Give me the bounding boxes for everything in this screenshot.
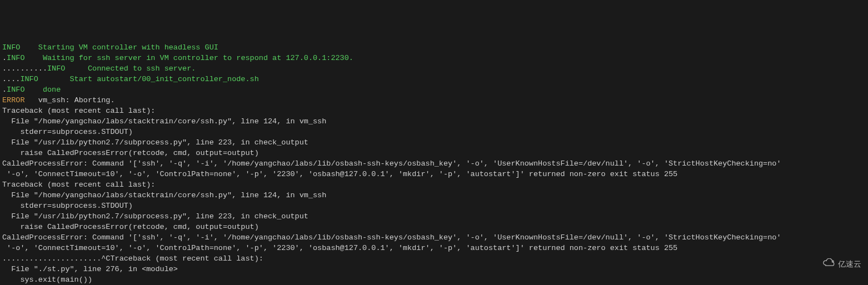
cloud-icon (812, 248, 836, 281)
terminal-segment: INFO (47, 64, 65, 73)
terminal-segment: sys.exit(main()) (2, 276, 92, 284)
terminal-line: stderr=subprocess.STDOUT) (2, 127, 866, 137)
terminal-segment: .......... (2, 64, 47, 73)
terminal-line: .INFO done (2, 84, 866, 95)
terminal-line: Traceback (most recent call last): (2, 179, 866, 190)
terminal-line: File "/usr/lib/python2.7/subprocess.py",… (2, 211, 866, 222)
terminal-segment: ......................^CTraceback (most … (2, 254, 263, 263)
terminal-segment: File "/usr/lib/python2.7/subprocess.py",… (2, 212, 308, 221)
terminal-segment: File "./st.py", line 276, in <module> (2, 265, 178, 273)
terminal-segment: CalledProcessError: Command '['ssh', '-q… (2, 159, 781, 168)
terminal-segment: Traceback (most recent call last): (2, 107, 155, 115)
terminal-line: '-o', 'ConnectTimeout=10', '-o', 'Contro… (2, 243, 866, 253)
terminal-segment: INFO (2, 43, 20, 52)
terminal-segment: stderr=subprocess.STDOUT) (2, 128, 133, 136)
terminal-line: CalledProcessError: Command '['ssh', '-q… (2, 232, 866, 243)
terminal-segment: File "/home/yangchao/labs/stacktrain/cor… (2, 117, 326, 126)
terminal-line: File "/home/yangchao/labs/stacktrain/cor… (2, 116, 866, 127)
terminal-line: .INFO Waiting for ssh server in VM contr… (2, 53, 866, 63)
watermark: 亿速云 (812, 248, 861, 281)
terminal-line: ERROR vm_ssh: Aborting. (2, 95, 866, 106)
terminal-line: ..........INFO Connected to ssh server. (2, 63, 866, 74)
terminal-line: Traceback (most recent call last): (2, 106, 866, 116)
terminal-segment: . (2, 54, 7, 62)
terminal-segment: raise CalledProcessError(retcode, cmd, o… (2, 149, 259, 157)
terminal-segment: File "/usr/lib/python2.7/subprocess.py",… (2, 138, 308, 147)
watermark-text: 亿速云 (838, 259, 861, 269)
terminal-line: INFO Starting VM controller with headles… (2, 42, 866, 53)
terminal-line: ......................^CTraceback (most … (2, 253, 866, 264)
terminal-line: ....INFO Start autostart/00_init_control… (2, 74, 866, 84)
terminal-segment: raise CalledProcessError(retcode, cmd, o… (2, 223, 259, 231)
terminal-line: File "/usr/lib/python2.7/subprocess.py",… (2, 137, 866, 148)
terminal-line: '-o', 'ConnectTimeout=10', '-o', 'Contro… (2, 169, 866, 179)
terminal-segment: File "/home/yangchao/labs/stacktrain/cor… (2, 191, 326, 199)
terminal-segment: Waiting for ssh server in VM controller … (25, 54, 353, 62)
terminal-segment: done (25, 86, 61, 94)
terminal-segment: . (2, 86, 7, 94)
terminal-segment: INFO (7, 86, 24, 94)
terminal-segment: '-o', 'ConnectTimeout=10', '-o', 'Contro… (2, 170, 677, 178)
terminal-segment: Start autostart/00_init_controller_node.… (38, 75, 259, 83)
terminal-segment: '-o', 'ConnectTimeout=10', '-o', 'Contro… (2, 244, 677, 252)
svg-point-0 (832, 261, 834, 262)
terminal-segment: Connected to ssh server. (65, 64, 196, 73)
terminal-line: CalledProcessError: Command '['ssh', '-q… (2, 158, 866, 169)
terminal-segment: vm_ssh: Aborting. (25, 96, 115, 104)
terminal-segment: INFO (20, 75, 38, 83)
terminal-segment: ERROR (2, 96, 25, 104)
terminal-line: File "/home/yangchao/labs/stacktrain/cor… (2, 190, 866, 201)
terminal-segment: Traceback (most recent call last): (2, 181, 155, 189)
terminal-line: sys.exit(main()) (2, 274, 866, 285)
terminal-output: INFO Starting VM controller with headles… (2, 42, 866, 285)
terminal-line: File "./st.py", line 276, in <module> (2, 264, 866, 274)
terminal-segment: INFO (7, 54, 24, 62)
terminal-line: stderr=subprocess.STDOUT) (2, 201, 866, 211)
terminal-segment: .... (2, 75, 20, 83)
terminal-segment: Starting VM controller with headless GUI (20, 43, 218, 52)
terminal-line: raise CalledProcessError(retcode, cmd, o… (2, 222, 866, 232)
terminal-segment: CalledProcessError: Command '['ssh', '-q… (2, 233, 781, 242)
terminal-line: raise CalledProcessError(retcode, cmd, o… (2, 148, 866, 158)
terminal-segment: stderr=subprocess.STDOUT) (2, 202, 133, 210)
